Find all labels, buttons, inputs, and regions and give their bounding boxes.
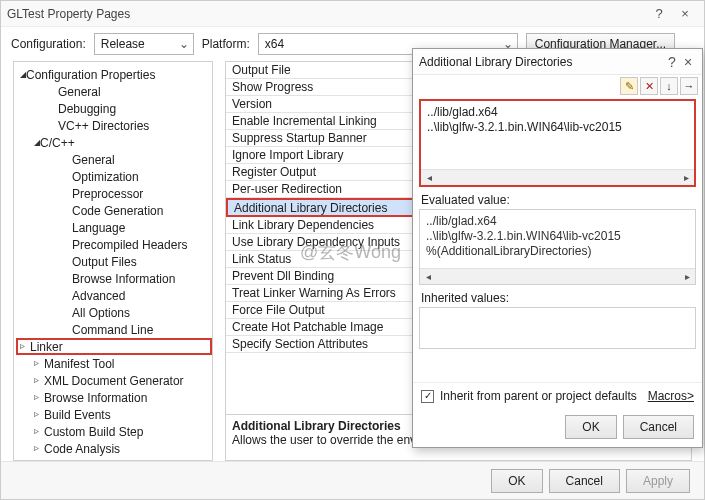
help-icon[interactable]: ?	[646, 4, 672, 24]
platform-label: Platform:	[202, 37, 250, 51]
inherited-values-label: Inherited values:	[413, 285, 702, 307]
configuration-value: Release	[101, 37, 145, 51]
scroll-right-icon[interactable]: ▸	[678, 172, 694, 183]
tree-item[interactable]: Code Generation	[16, 202, 212, 219]
tree-item-debugging[interactable]: Debugging	[16, 100, 212, 117]
tree-item[interactable]: Browse Information	[16, 270, 212, 287]
window-title: GLTest Property Pages	[7, 7, 646, 21]
eval-line: ../lib/glad.x64	[426, 214, 689, 229]
dialog-actions: OK Cancel	[413, 409, 702, 447]
edit-content[interactable]: ../lib/glad.x64 ..\lib\glfw-3.2.1.bin.WI…	[421, 101, 694, 169]
tree-item-manifest[interactable]: Manifest Tool	[16, 355, 212, 372]
edit-line: ../lib/glad.x64	[427, 105, 688, 120]
move-right-icon[interactable]: →	[680, 77, 698, 95]
inherit-label: Inherit from parent or project defaults	[440, 389, 637, 403]
close-icon[interactable]: ×	[672, 4, 698, 24]
tree-item-general[interactable]: General	[16, 83, 212, 100]
scroll-right-icon[interactable]: ▸	[679, 271, 695, 282]
horizontal-scrollbar[interactable]: ◂ ▸	[421, 169, 694, 185]
evaluated-value-box: ../lib/glad.x64 ..\lib\glfw-3.2.1.bin.WI…	[419, 209, 696, 285]
tree-item[interactable]: All Options	[16, 304, 212, 321]
close-icon[interactable]: ×	[680, 54, 696, 70]
tree-item-buildevents[interactable]: Build Events	[16, 406, 212, 423]
configuration-label: Configuration:	[11, 37, 86, 51]
tree-item[interactable]: Output Files	[16, 253, 212, 270]
delete-icon[interactable]: ✕	[640, 77, 658, 95]
edit-line: ..\lib\glfw-3.2.1.bin.WIN64\lib-vc2015	[427, 120, 688, 135]
tree-item[interactable]: Advanced	[16, 287, 212, 304]
tree-item[interactable]: Precompiled Headers	[16, 236, 212, 253]
move-down-icon[interactable]: ↓	[660, 77, 678, 95]
additional-library-directories-dialog: Additional Library Directories ? × ✎ ✕ ↓…	[412, 48, 703, 448]
titlebar: GLTest Property Pages ? ×	[1, 1, 704, 27]
tree-item-ccpp[interactable]: C/C++	[16, 134, 212, 151]
inherit-checkbox[interactable]: ✓	[421, 390, 434, 403]
tree-item[interactable]: Preprocessor	[16, 185, 212, 202]
dialog-titlebar: Additional Library Directories ? ×	[413, 49, 702, 75]
platform-value: x64	[265, 37, 284, 51]
tree-item[interactable]: General	[16, 151, 212, 168]
apply-button[interactable]: Apply	[626, 469, 690, 493]
tree-item[interactable]: Command Line	[16, 321, 212, 338]
dialog-toolbar: ✎ ✕ ↓ →	[413, 75, 702, 97]
tree-item-xmlgen[interactable]: XML Document Generator	[16, 372, 212, 389]
directories-edit-box[interactable]: ../lib/glad.x64 ..\lib\glfw-3.2.1.bin.WI…	[419, 99, 696, 187]
tree-item-browseinfo[interactable]: Browse Information	[16, 389, 212, 406]
inherited-values-box	[419, 307, 696, 349]
tree-view[interactable]: Configuration Properties General Debuggi…	[13, 61, 213, 461]
dialog-cancel-button[interactable]: Cancel	[623, 415, 694, 439]
tree-item-custom-build[interactable]: Custom Build Step	[16, 423, 212, 440]
cancel-button[interactable]: Cancel	[549, 469, 620, 493]
scroll-left-icon[interactable]: ◂	[421, 172, 437, 183]
dialog-ok-button[interactable]: OK	[565, 415, 616, 439]
tree-item-code-analysis[interactable]: Code Analysis	[16, 440, 212, 457]
evaluated-value-label: Evaluated value:	[413, 187, 702, 209]
tree-item[interactable]: Optimization	[16, 168, 212, 185]
dialog-inherit-row: ✓ Inherit from parent or project default…	[413, 382, 702, 409]
tree-root[interactable]: Configuration Properties	[16, 66, 212, 83]
eval-content: ../lib/glad.x64 ..\lib\glfw-3.2.1.bin.WI…	[420, 210, 695, 268]
tree-item[interactable]: Language	[16, 219, 212, 236]
chevron-down-icon: ⌄	[179, 37, 189, 51]
macros-button[interactable]: Macros>	[648, 389, 694, 403]
dialog-title: Additional Library Directories	[419, 55, 664, 69]
scroll-left-icon[interactable]: ◂	[420, 271, 436, 282]
help-icon[interactable]: ?	[664, 54, 680, 70]
tree-item-linker[interactable]: Linker	[16, 338, 212, 355]
configuration-dropdown[interactable]: Release ⌄	[94, 33, 194, 55]
horizontal-scrollbar[interactable]: ◂ ▸	[420, 268, 695, 284]
eval-line: %(AdditionalLibraryDirectories)	[426, 244, 689, 259]
new-line-icon[interactable]: ✎	[620, 77, 638, 95]
ok-button[interactable]: OK	[491, 469, 542, 493]
tree-item-vcpp-dirs[interactable]: VC++ Directories	[16, 117, 212, 134]
eval-line: ..\lib\glfw-3.2.1.bin.WIN64\lib-vc2015	[426, 229, 689, 244]
main-footer: OK Cancel Apply	[1, 461, 704, 499]
